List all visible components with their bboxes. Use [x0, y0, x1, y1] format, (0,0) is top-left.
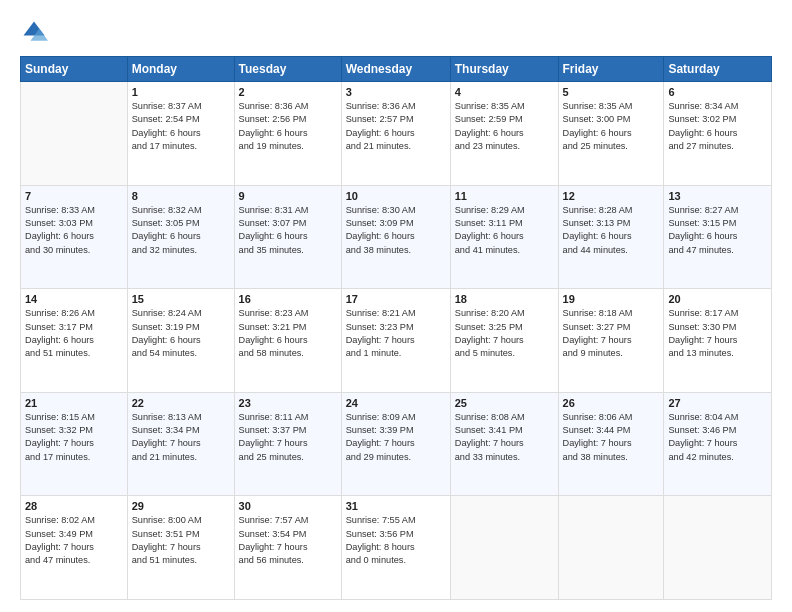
- day-cell: 4Sunrise: 8:35 AM Sunset: 2:59 PM Daylig…: [450, 82, 558, 186]
- day-number: 3: [346, 86, 446, 98]
- day-cell: 20Sunrise: 8:17 AM Sunset: 3:30 PM Dayli…: [664, 289, 772, 393]
- logo: [20, 18, 52, 46]
- day-number: 23: [239, 397, 337, 409]
- day-number: 7: [25, 190, 123, 202]
- day-cell: 19Sunrise: 8:18 AM Sunset: 3:27 PM Dayli…: [558, 289, 664, 393]
- day-number: 12: [563, 190, 660, 202]
- day-info: Sunrise: 8:04 AM Sunset: 3:46 PM Dayligh…: [668, 411, 767, 464]
- day-cell: 17Sunrise: 8:21 AM Sunset: 3:23 PM Dayli…: [341, 289, 450, 393]
- day-cell: [664, 496, 772, 600]
- day-cell: 25Sunrise: 8:08 AM Sunset: 3:41 PM Dayli…: [450, 392, 558, 496]
- day-info: Sunrise: 8:23 AM Sunset: 3:21 PM Dayligh…: [239, 307, 337, 360]
- day-info: Sunrise: 8:08 AM Sunset: 3:41 PM Dayligh…: [455, 411, 554, 464]
- day-info: Sunrise: 8:09 AM Sunset: 3:39 PM Dayligh…: [346, 411, 446, 464]
- day-number: 25: [455, 397, 554, 409]
- col-header-sunday: Sunday: [21, 57, 128, 82]
- day-info: Sunrise: 8:33 AM Sunset: 3:03 PM Dayligh…: [25, 204, 123, 257]
- day-cell: 14Sunrise: 8:26 AM Sunset: 3:17 PM Dayli…: [21, 289, 128, 393]
- header-row: SundayMondayTuesdayWednesdayThursdayFrid…: [21, 57, 772, 82]
- day-info: Sunrise: 8:35 AM Sunset: 2:59 PM Dayligh…: [455, 100, 554, 153]
- day-cell: 27Sunrise: 8:04 AM Sunset: 3:46 PM Dayli…: [664, 392, 772, 496]
- day-cell: 31Sunrise: 7:55 AM Sunset: 3:56 PM Dayli…: [341, 496, 450, 600]
- calendar-body: 1Sunrise: 8:37 AM Sunset: 2:54 PM Daylig…: [21, 82, 772, 600]
- day-number: 4: [455, 86, 554, 98]
- day-cell: 16Sunrise: 8:23 AM Sunset: 3:21 PM Dayli…: [234, 289, 341, 393]
- col-header-monday: Monday: [127, 57, 234, 82]
- day-number: 9: [239, 190, 337, 202]
- day-cell: 2Sunrise: 8:36 AM Sunset: 2:56 PM Daylig…: [234, 82, 341, 186]
- day-info: Sunrise: 8:26 AM Sunset: 3:17 PM Dayligh…: [25, 307, 123, 360]
- day-info: Sunrise: 8:35 AM Sunset: 3:00 PM Dayligh…: [563, 100, 660, 153]
- day-number: 29: [132, 500, 230, 512]
- day-info: Sunrise: 7:55 AM Sunset: 3:56 PM Dayligh…: [346, 514, 446, 567]
- day-number: 1: [132, 86, 230, 98]
- day-number: 5: [563, 86, 660, 98]
- day-cell: 24Sunrise: 8:09 AM Sunset: 3:39 PM Dayli…: [341, 392, 450, 496]
- day-number: 6: [668, 86, 767, 98]
- day-number: 31: [346, 500, 446, 512]
- day-info: Sunrise: 8:27 AM Sunset: 3:15 PM Dayligh…: [668, 204, 767, 257]
- day-number: 15: [132, 293, 230, 305]
- day-info: Sunrise: 8:30 AM Sunset: 3:09 PM Dayligh…: [346, 204, 446, 257]
- week-row-3: 14Sunrise: 8:26 AM Sunset: 3:17 PM Dayli…: [21, 289, 772, 393]
- day-number: 2: [239, 86, 337, 98]
- day-number: 26: [563, 397, 660, 409]
- day-info: Sunrise: 8:15 AM Sunset: 3:32 PM Dayligh…: [25, 411, 123, 464]
- logo-icon: [20, 18, 48, 46]
- day-number: 30: [239, 500, 337, 512]
- calendar-table: SundayMondayTuesdayWednesdayThursdayFrid…: [20, 56, 772, 600]
- day-cell: 8Sunrise: 8:32 AM Sunset: 3:05 PM Daylig…: [127, 185, 234, 289]
- day-cell: 28Sunrise: 8:02 AM Sunset: 3:49 PM Dayli…: [21, 496, 128, 600]
- day-info: Sunrise: 8:28 AM Sunset: 3:13 PM Dayligh…: [563, 204, 660, 257]
- day-info: Sunrise: 8:11 AM Sunset: 3:37 PM Dayligh…: [239, 411, 337, 464]
- day-number: 8: [132, 190, 230, 202]
- day-info: Sunrise: 8:21 AM Sunset: 3:23 PM Dayligh…: [346, 307, 446, 360]
- day-number: 18: [455, 293, 554, 305]
- day-number: 22: [132, 397, 230, 409]
- day-info: Sunrise: 8:36 AM Sunset: 2:57 PM Dayligh…: [346, 100, 446, 153]
- day-number: 19: [563, 293, 660, 305]
- day-info: Sunrise: 8:32 AM Sunset: 3:05 PM Dayligh…: [132, 204, 230, 257]
- day-info: Sunrise: 8:00 AM Sunset: 3:51 PM Dayligh…: [132, 514, 230, 567]
- day-number: 11: [455, 190, 554, 202]
- day-info: Sunrise: 8:13 AM Sunset: 3:34 PM Dayligh…: [132, 411, 230, 464]
- day-cell: 26Sunrise: 8:06 AM Sunset: 3:44 PM Dayli…: [558, 392, 664, 496]
- day-cell: 11Sunrise: 8:29 AM Sunset: 3:11 PM Dayli…: [450, 185, 558, 289]
- week-row-5: 28Sunrise: 8:02 AM Sunset: 3:49 PM Dayli…: [21, 496, 772, 600]
- day-cell: 10Sunrise: 8:30 AM Sunset: 3:09 PM Dayli…: [341, 185, 450, 289]
- day-cell: 21Sunrise: 8:15 AM Sunset: 3:32 PM Dayli…: [21, 392, 128, 496]
- day-cell: [450, 496, 558, 600]
- day-cell: 12Sunrise: 8:28 AM Sunset: 3:13 PM Dayli…: [558, 185, 664, 289]
- day-info: Sunrise: 8:06 AM Sunset: 3:44 PM Dayligh…: [563, 411, 660, 464]
- col-header-friday: Friday: [558, 57, 664, 82]
- day-cell: 1Sunrise: 8:37 AM Sunset: 2:54 PM Daylig…: [127, 82, 234, 186]
- col-header-thursday: Thursday: [450, 57, 558, 82]
- day-cell: 30Sunrise: 7:57 AM Sunset: 3:54 PM Dayli…: [234, 496, 341, 600]
- col-header-tuesday: Tuesday: [234, 57, 341, 82]
- day-number: 16: [239, 293, 337, 305]
- day-number: 27: [668, 397, 767, 409]
- day-info: Sunrise: 8:36 AM Sunset: 2:56 PM Dayligh…: [239, 100, 337, 153]
- day-number: 13: [668, 190, 767, 202]
- week-row-1: 1Sunrise: 8:37 AM Sunset: 2:54 PM Daylig…: [21, 82, 772, 186]
- day-cell: 13Sunrise: 8:27 AM Sunset: 3:15 PM Dayli…: [664, 185, 772, 289]
- header: [20, 18, 772, 46]
- week-row-4: 21Sunrise: 8:15 AM Sunset: 3:32 PM Dayli…: [21, 392, 772, 496]
- calendar-header: SundayMondayTuesdayWednesdayThursdayFrid…: [21, 57, 772, 82]
- day-info: Sunrise: 8:29 AM Sunset: 3:11 PM Dayligh…: [455, 204, 554, 257]
- day-cell: 23Sunrise: 8:11 AM Sunset: 3:37 PM Dayli…: [234, 392, 341, 496]
- day-cell: 3Sunrise: 8:36 AM Sunset: 2:57 PM Daylig…: [341, 82, 450, 186]
- day-info: Sunrise: 8:37 AM Sunset: 2:54 PM Dayligh…: [132, 100, 230, 153]
- day-number: 24: [346, 397, 446, 409]
- day-number: 10: [346, 190, 446, 202]
- day-info: Sunrise: 8:24 AM Sunset: 3:19 PM Dayligh…: [132, 307, 230, 360]
- day-info: Sunrise: 8:17 AM Sunset: 3:30 PM Dayligh…: [668, 307, 767, 360]
- week-row-2: 7Sunrise: 8:33 AM Sunset: 3:03 PM Daylig…: [21, 185, 772, 289]
- day-info: Sunrise: 8:02 AM Sunset: 3:49 PM Dayligh…: [25, 514, 123, 567]
- day-number: 28: [25, 500, 123, 512]
- day-number: 17: [346, 293, 446, 305]
- day-cell: 29Sunrise: 8:00 AM Sunset: 3:51 PM Dayli…: [127, 496, 234, 600]
- col-header-saturday: Saturday: [664, 57, 772, 82]
- day-cell: [21, 82, 128, 186]
- col-header-wednesday: Wednesday: [341, 57, 450, 82]
